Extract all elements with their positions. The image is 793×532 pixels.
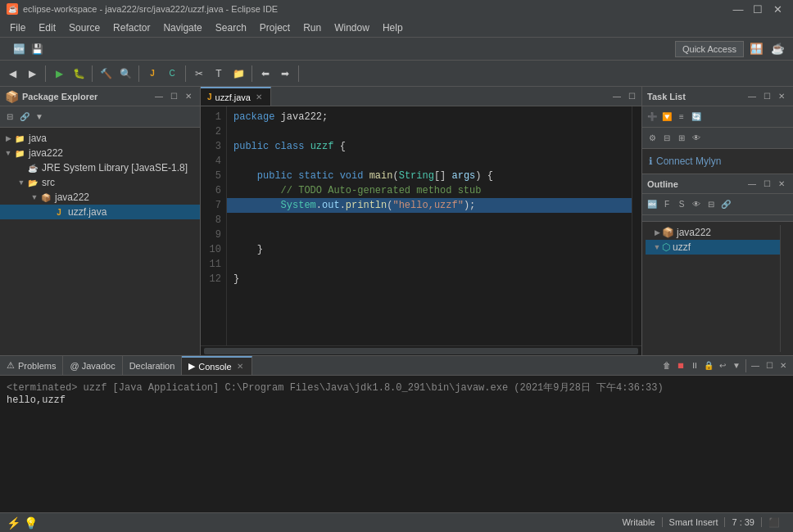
- tb-new-java[interactable]: J: [143, 65, 161, 83]
- console-scroll-lock[interactable]: 🔒: [702, 359, 715, 372]
- editor-panel: J uzzf.java ✕ — ☐ 1 2 3 4 5 6 7 8 9 10 1…: [201, 87, 641, 355]
- menu-item-project[interactable]: Project: [253, 18, 297, 38]
- outline-scroll-area: ▶ 📦 java222 ▼ ⬡ uzzf: [646, 225, 780, 352]
- menu-item-window[interactable]: Window: [328, 18, 376, 38]
- bottom-maximize-button[interactable]: ☐: [763, 359, 776, 372]
- menu-item-source[interactable]: Source: [62, 18, 106, 38]
- tb-next-edit[interactable]: ➡: [276, 65, 294, 83]
- pe-view-menu[interactable]: ▼: [33, 110, 46, 124]
- editor-tab-uzzf[interactable]: J uzzf.java ✕: [201, 87, 271, 106]
- outline-item-uzzf[interactable]: ▼ ⬡ uzzf: [646, 240, 780, 255]
- outline-link-editor[interactable]: 🔗: [719, 198, 732, 211]
- pe-collapse-all[interactable]: ⊟: [3, 110, 16, 124]
- task-settings-button[interactable]: ⚙: [646, 132, 659, 145]
- new-button[interactable]: 🆕: [10, 40, 28, 58]
- close-button[interactable]: ✕: [768, 0, 786, 18]
- tab-declaration[interactable]: Declaration: [123, 356, 183, 375]
- tree-item-uzzf-java[interactable]: J uzzf.java: [0, 205, 200, 219]
- title-bar-controls[interactable]: — ☐ ✕: [729, 0, 786, 18]
- task-sync-button[interactable]: 🔄: [690, 110, 703, 124]
- code-area[interactable]: package java222; public class uzzf { pub…: [227, 106, 632, 345]
- tb-back-button[interactable]: ◀: [3, 65, 21, 83]
- bottom-minimize-button[interactable]: —: [749, 359, 762, 372]
- task-list-maximize[interactable]: ☐: [760, 90, 773, 103]
- menu-item-run[interactable]: Run: [297, 18, 328, 38]
- outline-sort-button[interactable]: 🔤: [646, 198, 659, 211]
- outline-minimize[interactable]: —: [745, 178, 759, 191]
- tb-prev-edit[interactable]: ⬅: [256, 65, 274, 83]
- outline-collapse-all[interactable]: ⊟: [705, 198, 718, 211]
- tab-close-button[interactable]: ✕: [254, 92, 264, 102]
- tb-search-button[interactable]: 🔍: [116, 65, 134, 83]
- outline-maximize[interactable]: ☐: [760, 178, 773, 191]
- tree-item-java222-pkg[interactable]: ▼ 📦 java222: [0, 190, 200, 205]
- menu-item-edit[interactable]: Edit: [32, 18, 62, 38]
- tb-refactor[interactable]: ✂: [190, 65, 208, 83]
- console-word-wrap[interactable]: ↩: [716, 359, 729, 372]
- menu-item-file[interactable]: File: [3, 18, 32, 38]
- task-view-button[interactable]: 👁: [690, 132, 703, 145]
- editor-minimize-button[interactable]: —: [610, 90, 623, 103]
- task-collapse-button[interactable]: ⊟: [660, 132, 673, 145]
- tb-open-resource[interactable]: 📁: [229, 65, 247, 83]
- editor-right-scrollbar[interactable]: [632, 106, 641, 345]
- console-view-menu[interactable]: ▼: [730, 359, 743, 372]
- menu-item-help[interactable]: Help: [376, 18, 410, 38]
- tab-javadoc[interactable]: @ Javadoc: [63, 356, 122, 375]
- editor-maximize-button[interactable]: ☐: [625, 90, 638, 103]
- save-button[interactable]: 💾: [28, 40, 46, 58]
- outline-item-java222[interactable]: ▶ 📦 java222: [646, 225, 780, 240]
- task-list-close[interactable]: ✕: [775, 90, 788, 103]
- status-indicator-2: 💡: [24, 516, 38, 530]
- tb-new-class[interactable]: C: [163, 65, 181, 83]
- task-expand-button[interactable]: ⊞: [675, 132, 688, 145]
- editor-bottom-scrollbar[interactable]: [201, 345, 641, 355]
- tree-item-java[interactable]: ▶ 📁 java: [0, 131, 200, 146]
- console-tab-close[interactable]: ✕: [235, 361, 245, 372]
- outline-scrollbar[interactable]: [780, 225, 790, 352]
- tb-forward-button[interactable]: ▶: [23, 65, 41, 83]
- tree-item-java222[interactable]: ▼ 📁 java222: [0, 146, 200, 160]
- tab-problems[interactable]: ⚠ Problems: [0, 356, 63, 375]
- package-explorer-panel: 📦 Package Explorer — ☐ ✕ ⊟ 🔗 ▼ ▶ 📁 java: [0, 87, 201, 355]
- task-list-minimize[interactable]: —: [745, 90, 759, 103]
- tab-console[interactable]: ▶ Console ✕: [182, 356, 251, 375]
- task-new-button[interactable]: ➕: [646, 110, 659, 124]
- main-area: 📦 Package Explorer — ☐ ✕ ⊟ 🔗 ▼ ▶ 📁 java: [0, 87, 793, 355]
- tb-build-button[interactable]: 🔨: [97, 65, 115, 83]
- tb-open-type[interactable]: T: [210, 65, 228, 83]
- tree-item-src[interactable]: ▼ 📂 src: [0, 175, 200, 190]
- connect-mylyn-link[interactable]: ℹ Connect Mylyn: [642, 149, 793, 174]
- outline-hide-static[interactable]: S: [675, 198, 688, 211]
- maximize-button[interactable]: ☐: [749, 0, 767, 18]
- menu-item-navigate[interactable]: Navigate: [156, 18, 208, 38]
- tb-run-button[interactable]: ▶: [50, 65, 68, 83]
- line-num-7: 7: [206, 198, 221, 213]
- quick-access-button[interactable]: Quick Access: [675, 41, 744, 57]
- tb-debug-button[interactable]: 🐛: [70, 65, 88, 83]
- pe-link-editor[interactable]: 🔗: [18, 110, 31, 124]
- task-filter-button[interactable]: 🔽: [660, 110, 673, 124]
- bottom-close-button[interactable]: ✕: [777, 359, 790, 372]
- outline-hide-fields[interactable]: F: [660, 198, 673, 211]
- perspective-icon[interactable]: ☕: [768, 40, 786, 58]
- menu-item-refactor[interactable]: Refactor: [106, 18, 156, 38]
- pe-close-button[interactable]: ✕: [182, 90, 195, 103]
- line-num-5: 5: [206, 169, 221, 183]
- minimize-button[interactable]: —: [729, 0, 747, 18]
- task-group-button[interactable]: ≡: [675, 110, 688, 124]
- insert-mode-label: Smart Insert: [669, 517, 718, 527]
- console-stop-button[interactable]: ⏹: [674, 359, 687, 372]
- console-clear-button[interactable]: 🗑: [660, 359, 673, 372]
- pe-maximize-button[interactable]: ☐: [167, 90, 180, 103]
- open-perspective-button[interactable]: 🪟: [747, 40, 765, 58]
- declaration-label: Declaration: [129, 361, 175, 371]
- outline-hide-nonpub[interactable]: 👁: [690, 198, 703, 211]
- line-num-2: 2: [206, 124, 221, 139]
- tree-item-jre[interactable]: ☕ JRE System Library [JavaSE-1.8]: [0, 160, 200, 175]
- pe-minimize-button[interactable]: —: [152, 90, 165, 103]
- console-pause-button[interactable]: ⏸: [688, 359, 701, 372]
- package-explorer-title: 📦 Package Explorer: [5, 90, 97, 103]
- menu-item-search[interactable]: Search: [209, 18, 253, 38]
- outline-close[interactable]: ✕: [775, 178, 788, 191]
